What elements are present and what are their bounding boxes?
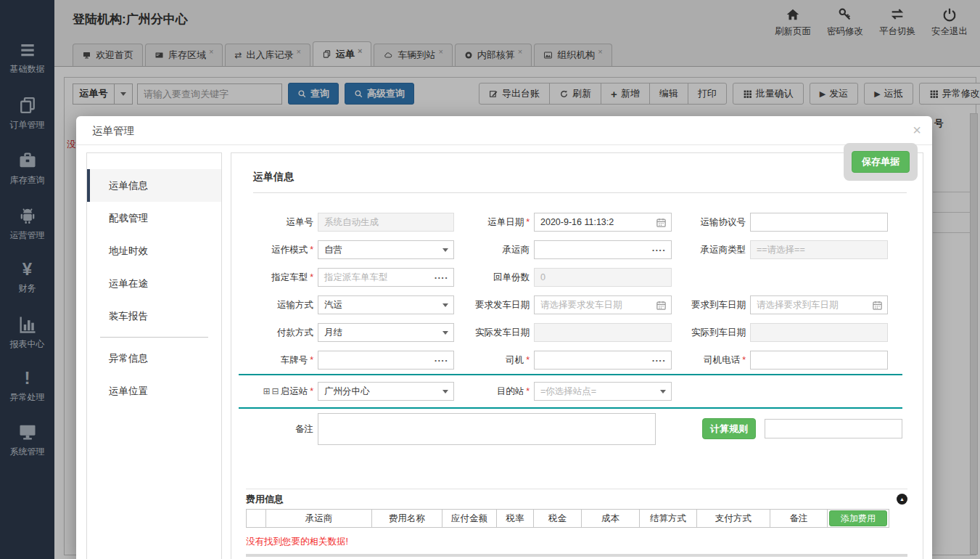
carrier-type-select: ==请选择== <box>750 240 888 259</box>
field-label: 备注 <box>246 423 315 436</box>
vehicle-type-picker[interactable]: 指定派车单车型···· <box>318 268 454 287</box>
required-mark: * <box>526 355 530 365</box>
required-arrival-date-input[interactable]: 请选择要求到车日期 <box>750 295 888 314</box>
form-row: 运单号 系统自动生成 运单日期* 2020-9-16 11:13:2 运输协议号 <box>246 208 888 236</box>
form-row: 运作模式* 自营 承运商 ···· 承运商类型 ==请选择== <box>246 236 888 264</box>
required-mark: * <box>310 245 313 255</box>
fee-col-header[interactable]: 支付方式 <box>696 509 770 528</box>
add-fee-button[interactable]: 添加费用 <box>829 510 887 526</box>
actual-departure-date-input <box>534 323 672 342</box>
fee-col-header[interactable]: 成本 <box>581 509 640 528</box>
field-label: 要求发车日期 <box>457 299 531 311</box>
field-label: ⊞ ⊟ 启运站* <box>226 385 315 398</box>
fee-col-header[interactable]: 应付金额 <box>442 509 497 528</box>
calendar-icon[interactable] <box>656 217 667 228</box>
waybill-date-input[interactable]: 2020-9-16 11:13:2 <box>534 213 672 232</box>
station-row: ⊞ ⊟ 启运站* 广州分中心 目的站* =你选择站点= <box>246 375 888 407</box>
waybill-no-input[interactable]: 系统自动生成 <box>318 213 454 232</box>
origin-station-select[interactable]: 广州分中心 <box>318 382 454 401</box>
chevron-down-icon <box>442 303 448 307</box>
fee-col-header[interactable]: 税金 <box>533 509 582 528</box>
payment-method-select[interactable]: 月结 <box>318 323 454 342</box>
operation-mode-select[interactable]: 自营 <box>318 240 454 259</box>
tree-expand-icon[interactable]: ⊞ <box>263 386 271 396</box>
picker-dots-icon[interactable]: ···· <box>435 272 448 283</box>
calendar-icon[interactable] <box>656 300 667 311</box>
collapse-icon[interactable]: ▲ <box>897 494 907 505</box>
transport-mode-select[interactable]: 汽运 <box>318 295 454 314</box>
dialog-main-panel: 运单信息 运单号 系统自动生成 运单日期* 2020-9-16 11:13:2 … <box>231 152 923 559</box>
chevron-down-icon <box>442 248 448 252</box>
dialog-side-nav: 运单信息 配载管理 地址时效 运单在途 装车报告 异常信息 运单位置 <box>86 152 222 559</box>
nav-item-load-management[interactable]: 配载管理 <box>87 202 221 234</box>
calc-rule-button[interactable]: 计算规则 <box>702 418 756 439</box>
actual-arrival-date-input <box>750 323 888 342</box>
nav-item-waybill-location[interactable]: 运单位置 <box>87 375 221 407</box>
fee-section: 费用信息 ▲ 承运商 费用名称 应付金额 税率 税金 成本 结算方式 支付方式 … <box>246 489 907 559</box>
nav-item-address-aging[interactable]: 地址时效 <box>87 234 221 267</box>
save-button-container: 保存单据 <box>844 143 918 181</box>
field-label: 运输方式 <box>246 299 315 311</box>
required-mark: * <box>310 272 313 282</box>
picker-dots-icon[interactable]: ···· <box>435 355 448 366</box>
calc-rule-input[interactable] <box>765 419 902 438</box>
app-root: 基础数据 订单管理 库存查询 运营管理 ¥ 财务 报表中心 ! 异常处理 系统管… <box>0 0 980 559</box>
fee-table-header: 承运商 费用名称 应付金额 税率 税金 成本 结算方式 支付方式 备注 添加费用 <box>246 509 897 528</box>
field-label: 运输协议号 <box>675 216 747 229</box>
field-label: 实际到车日期 <box>675 327 747 339</box>
fee-col-header[interactable]: 承运商 <box>265 509 372 528</box>
save-document-button[interactable]: 保存单据 <box>852 151 910 173</box>
driver-picker[interactable]: ···· <box>534 351 672 370</box>
fee-section-title: 费用信息 <box>246 493 284 506</box>
fee-col-header[interactable]: 备注 <box>770 509 828 528</box>
carrier-picker[interactable]: ···· <box>534 240 672 259</box>
nav-item-exception-info[interactable]: 异常信息 <box>87 342 221 375</box>
form-row: 付款方式 月结 实际发车日期 实际到车日期 <box>246 319 888 346</box>
required-mark: * <box>526 217 530 227</box>
fee-empty-message: 没有找到您要的相关数据! <box>246 536 907 548</box>
waybill-dialog: 运单管理 × 保存单据 运单信息 配载管理 地址时效 运单在途 装车报告 异常信… <box>76 116 932 559</box>
form-row: 车牌号* ···· 司机* ···· 司机电话* <box>246 346 888 374</box>
nav-item-waybill-transit[interactable]: 运单在途 <box>87 267 221 300</box>
required-mark: * <box>742 355 746 365</box>
fee-add-cell: 添加费用 <box>827 509 889 528</box>
picker-dots-icon[interactable]: ···· <box>652 245 666 256</box>
calendar-icon[interactable] <box>872 300 883 311</box>
chevron-down-icon <box>442 331 448 335</box>
nav-item-waybill-info[interactable]: 运单信息 <box>87 169 221 202</box>
field-label: 运单日期* <box>457 216 531 229</box>
field-label: 目的站* <box>457 385 531 398</box>
required-departure-date-input[interactable]: 请选择要求发车日期 <box>534 295 672 314</box>
field-label: 司机* <box>457 354 531 367</box>
tree-collapse-icon[interactable]: ⊟ <box>272 386 279 396</box>
remark-textarea[interactable] <box>318 413 656 445</box>
field-label: 司机电话* <box>675 354 747 367</box>
field-label: 车牌号* <box>246 354 315 367</box>
nav-item-loading-report[interactable]: 装车报告 <box>87 300 221 332</box>
fee-col-selector <box>246 509 266 528</box>
transport-agreement-input[interactable] <box>750 213 888 232</box>
field-label: 运作模式* <box>246 244 315 256</box>
fee-col-header[interactable]: 税率 <box>496 509 534 528</box>
field-label: 承运商类型 <box>675 244 747 256</box>
section-divider <box>253 192 907 193</box>
form-row: 运输方式 汽运 要求发车日期 请选择要求发车日期 要求到车日期 请选择要求到车日… <box>246 291 888 319</box>
close-icon[interactable]: × <box>913 121 921 139</box>
chevron-down-icon <box>660 390 666 393</box>
receipt-copies-input: 0 <box>534 268 672 287</box>
field-label: 付款方式 <box>246 327 315 339</box>
field-label: 回单份数 <box>457 272 531 284</box>
field-label: 运单号 <box>246 216 315 229</box>
nav-divider <box>100 337 208 338</box>
fee-col-header[interactable]: 结算方式 <box>639 509 697 528</box>
form-row: 指定车型* 指定派车单车型···· 回单份数 0 <box>246 264 888 291</box>
chevron-down-icon <box>442 390 448 393</box>
remark-row: 备注 计算规则 <box>246 409 888 449</box>
plate-number-picker[interactable]: ···· <box>318 351 454 370</box>
dialog-title: 运单管理 <box>76 116 932 145</box>
field-label: 要求到车日期 <box>675 299 747 311</box>
fee-col-header[interactable]: 费用名称 <box>371 509 442 528</box>
driver-phone-input[interactable] <box>750 351 888 370</box>
picker-dots-icon[interactable]: ···· <box>652 355 666 366</box>
destination-station-select[interactable]: =你选择站点= <box>534 382 672 401</box>
